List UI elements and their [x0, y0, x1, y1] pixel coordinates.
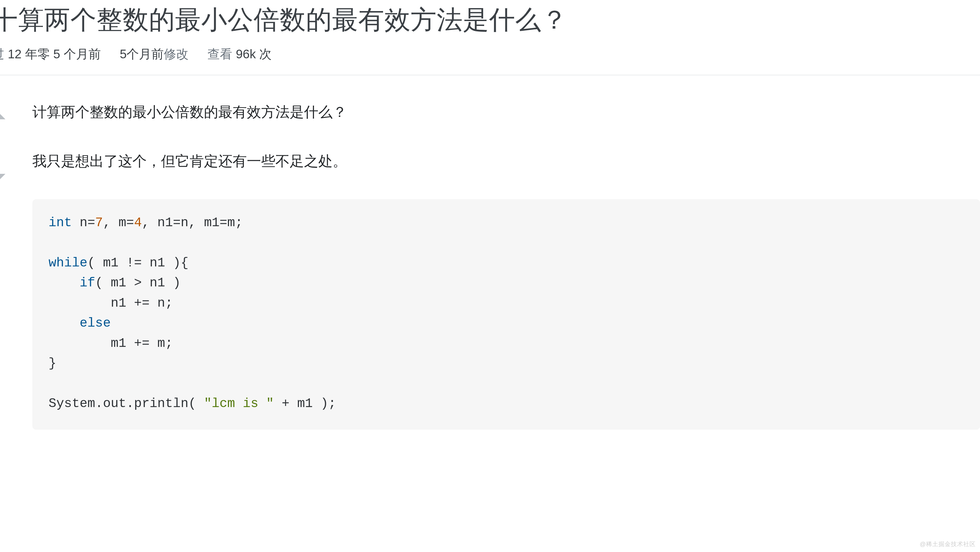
- question-title: 十算两个整数的最小公倍数的最有效方法是什么？: [0, 0, 980, 46]
- code-indent: [49, 336, 111, 351]
- code-indent: [49, 316, 80, 330]
- code-keyword: int: [49, 215, 72, 230]
- question-body: 计算两个整数的最小公倍数的最有效方法是什么？ 我只是想出了这个，但它肯定还有一些…: [0, 101, 980, 430]
- code-text: n1 += n;: [111, 296, 173, 310]
- code-indent: [49, 276, 80, 290]
- body-paragraph: 我只是想出了这个，但它肯定还有一些不足之处。: [32, 150, 980, 172]
- code-number: 4: [134, 215, 142, 230]
- body-paragraph: 计算两个整数的最小公倍数的最有效方法是什么？: [32, 101, 980, 123]
- code-text: ( m1 > n1 ): [95, 276, 181, 290]
- code-keyword: else: [80, 316, 111, 330]
- code-number: 7: [95, 215, 103, 230]
- meta-asked: 过 12 年零 5 个月前: [0, 46, 101, 62]
- code-text: ( m1 != n1 ){: [88, 255, 188, 270]
- meta-asked-prefix: 过: [0, 47, 4, 61]
- code-keyword: while: [49, 255, 88, 270]
- meta-modified-action: 修改: [164, 47, 189, 61]
- watermark: @稀土掘金技术社区: [920, 540, 976, 548]
- question-meta: 过 12 年零 5 个月前 5个月前修改 查看 96k 次: [0, 46, 980, 75]
- meta-modified[interactable]: 5个月前修改: [120, 46, 189, 62]
- code-indent: [49, 296, 111, 310]
- code-text: }: [49, 356, 56, 371]
- meta-views-label: 查看: [207, 47, 232, 61]
- meta-views: 查看 96k 次: [207, 46, 272, 62]
- code-text: , m=: [103, 215, 134, 230]
- code-block: int n=7, m=4, n1=n, m1=m; while( m1 != n…: [32, 199, 980, 430]
- meta-views-value: 96k 次: [236, 47, 272, 61]
- code-keyword: if: [80, 276, 95, 290]
- code-text: m1 += m;: [111, 336, 173, 351]
- code-text: n=: [72, 215, 95, 230]
- code-string: "lcm is ": [204, 396, 274, 411]
- code-text: , n1=n, m1=m;: [142, 215, 243, 230]
- meta-modified-value: 5个月前: [120, 47, 164, 61]
- code-text: + m1 );: [274, 396, 336, 411]
- meta-asked-value: 12 年零 5 个月前: [8, 47, 101, 61]
- code-text: System.out.println(: [49, 396, 204, 411]
